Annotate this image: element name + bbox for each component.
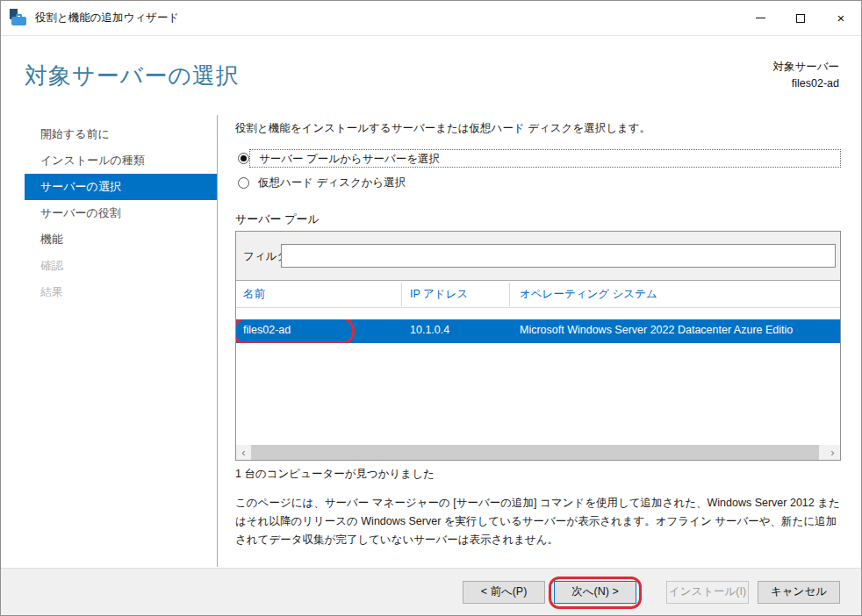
scroll-right-icon[interactable]: › bbox=[825, 445, 840, 460]
minimize-icon bbox=[756, 18, 765, 18]
cell-server-name[interactable]: files02-ad bbox=[243, 324, 291, 336]
scroll-left-icon[interactable]: ‹ bbox=[236, 445, 251, 460]
window-controls: × bbox=[740, 1, 861, 35]
server-pool-groupbox: フィルター: 名前 IP アドレス オペレーティング システム files02-… bbox=[235, 231, 841, 461]
filter-input[interactable] bbox=[281, 244, 836, 268]
focus-rect: サーバー プールからサーバーを選択 bbox=[249, 149, 841, 168]
column-header-name[interactable]: 名前 bbox=[243, 287, 265, 302]
nav-confirmation: 確認 bbox=[25, 253, 217, 279]
close-icon: × bbox=[837, 11, 845, 25]
titlebar: 役割と機能の追加ウィザード × bbox=[1, 1, 861, 36]
cell-operating-system: Microsoft Windows Server 2022 Datacenter… bbox=[520, 324, 839, 336]
nav-results: 結果 bbox=[25, 279, 217, 305]
maximize-button[interactable] bbox=[780, 1, 821, 35]
radio-select-vhd-label[interactable]: 仮想ハード ディスクから選択 bbox=[255, 174, 409, 192]
next-button[interactable]: 次へ(N) > bbox=[554, 581, 636, 604]
server-manager-icon bbox=[9, 9, 28, 28]
scrollbar-thumb[interactable] bbox=[251, 445, 819, 460]
radio-row-vhd: 仮想ハード ディスクから選択 bbox=[235, 173, 841, 192]
filter-strip: フィルター: bbox=[236, 232, 840, 281]
nav-server-selection[interactable]: サーバーの選択 bbox=[25, 174, 217, 200]
column-separator bbox=[401, 283, 402, 306]
window-title: 役割と機能の追加ウィザード bbox=[35, 11, 179, 25]
column-separator bbox=[509, 283, 510, 306]
page-description: このページには、サーバー マネージャーの [サーバーの追加] コマンドを使用して… bbox=[235, 494, 841, 549]
table-row-selected[interactable]: files02-ad 10.1.0.4 Microsoft Windows Se… bbox=[236, 319, 840, 343]
wizard-steps-nav: 開始する前に インストールの種類 サーバーの選択 サーバーの役割 機能 確認 結… bbox=[25, 121, 217, 305]
nav-features[interactable]: 機能 bbox=[25, 226, 217, 253]
main-content: 役割と機能をインストールするサーバーまたは仮想ハード ディスクを選択します。 サ… bbox=[235, 115, 841, 549]
server-pool-title: サーバー プール bbox=[235, 211, 841, 227]
maximize-icon bbox=[796, 14, 805, 23]
column-header-os[interactable]: オペレーティング システム bbox=[520, 287, 657, 302]
nav-server-roles[interactable]: サーバーの役割 bbox=[25, 200, 217, 226]
nav-before-you-begin[interactable]: 開始する前に bbox=[25, 121, 217, 147]
install-button: インストール(I) bbox=[666, 581, 749, 604]
wizard-footer: < 前へ(P) 次へ(N) > インストール(I) キャンセル bbox=[1, 568, 861, 615]
target-server-name: files02-ad bbox=[772, 75, 839, 92]
instruction-text: 役割と機能をインストールするサーバーまたは仮想ハード ディスクを選択します。 bbox=[235, 121, 841, 136]
horizontal-scrollbar[interactable]: ‹ › bbox=[236, 445, 840, 460]
minimize-button[interactable] bbox=[740, 1, 780, 35]
sidebar-divider bbox=[217, 115, 218, 567]
next-button-wrap: 次へ(N) > bbox=[554, 581, 636, 604]
wizard-window: 役割と機能の追加ウィザード × 対象サーバーの選択 対象サーバー files02… bbox=[0, 0, 862, 616]
target-server-info: 対象サーバー files02-ad bbox=[772, 59, 839, 92]
cell-ip-address: 10.1.0.4 bbox=[410, 324, 449, 336]
nav-installation-type[interactable]: インストールの種類 bbox=[25, 147, 217, 174]
result-count-text: 1 台のコンピューターが見つかりました bbox=[235, 467, 841, 482]
table-header: 名前 IP アドレス オペレーティング システム bbox=[236, 281, 840, 308]
target-server-label: 対象サーバー bbox=[772, 59, 839, 75]
page-title: 対象サーバーの選択 bbox=[25, 61, 240, 91]
radio-row-server-pool: サーバー プールからサーバーを選択 bbox=[235, 148, 841, 168]
radio-select-from-pool[interactable] bbox=[238, 153, 249, 164]
cancel-button[interactable]: キャンセル bbox=[758, 581, 840, 604]
column-header-ip[interactable]: IP アドレス bbox=[410, 287, 468, 302]
previous-button[interactable]: < 前へ(P) bbox=[463, 581, 545, 604]
radio-select-from-pool-label[interactable]: サーバー プールからサーバーを選択 bbox=[255, 151, 443, 167]
close-button[interactable]: × bbox=[821, 1, 861, 35]
radio-select-vhd[interactable] bbox=[238, 177, 249, 189]
